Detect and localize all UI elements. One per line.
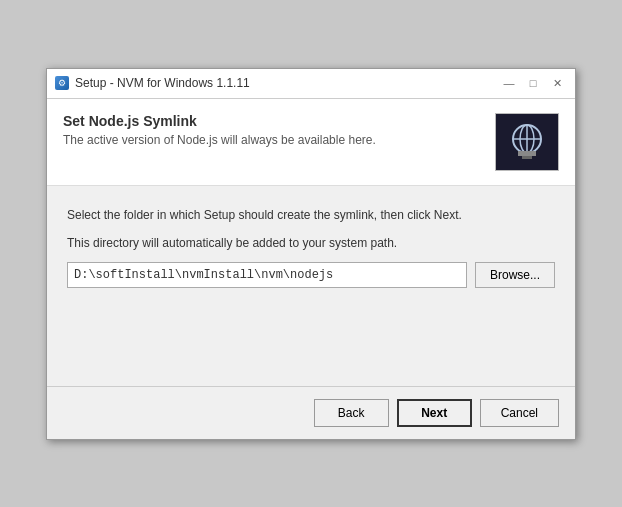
back-button[interactable]: Back	[314, 399, 389, 427]
maximize-button[interactable]: □	[523, 74, 543, 92]
next-button[interactable]: Next	[397, 399, 472, 427]
path-input[interactable]	[67, 262, 467, 288]
header-title: Set Node.js Symlink	[63, 113, 376, 129]
browse-button[interactable]: Browse...	[475, 262, 555, 288]
footer-section: Back Next Cancel	[47, 386, 575, 439]
svg-rect-5	[518, 151, 536, 156]
title-bar-left: Setup - NVM for Windows 1.1.11	[55, 76, 250, 90]
title-bar: Setup - NVM for Windows 1.1.11 — □ ✕	[47, 69, 575, 99]
title-icon	[55, 76, 69, 90]
minimize-button[interactable]: —	[499, 74, 519, 92]
close-button[interactable]: ✕	[547, 74, 567, 92]
header-logo	[495, 113, 559, 171]
path-row: Browse...	[67, 262, 555, 288]
cancel-button[interactable]: Cancel	[480, 399, 559, 427]
note-text: This directory will automatically be add…	[67, 234, 555, 252]
svg-rect-6	[522, 156, 532, 159]
instruction-text: Select the folder in which Setup should …	[67, 206, 555, 224]
header-text: Set Node.js Symlink The active version o…	[63, 113, 376, 147]
title-controls: — □ ✕	[499, 74, 567, 92]
window-title: Setup - NVM for Windows 1.1.11	[75, 76, 250, 90]
content-section: Select the folder in which Setup should …	[47, 186, 575, 386]
setup-window: Setup - NVM for Windows 1.1.11 — □ ✕ Set…	[46, 68, 576, 440]
header-section: Set Node.js Symlink The active version o…	[47, 99, 575, 186]
header-subtitle: The active version of Node.js will alway…	[63, 133, 376, 147]
logo-svg	[502, 117, 552, 167]
